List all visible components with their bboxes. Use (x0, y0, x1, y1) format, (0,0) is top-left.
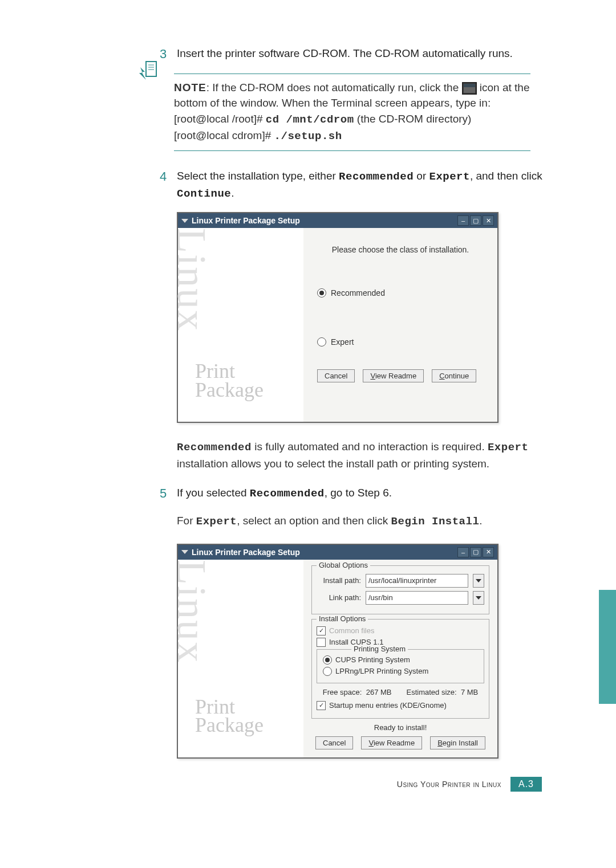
step4-btn: Continue (177, 188, 231, 200)
ready-text: Ready to install! (311, 723, 489, 732)
titlebar: Linux Printer Package Setup – ▢ ✕ (178, 545, 497, 560)
common-files-label: Common files (329, 626, 374, 635)
para-expert: Expert (488, 441, 528, 454)
close-button[interactable]: ✕ (483, 215, 494, 226)
checkbox-icon (317, 626, 326, 635)
footer-text: Using Your Printer in Linux (397, 780, 501, 789)
step4-end: . (231, 187, 234, 199)
link-path-label: Link path: (317, 593, 361, 602)
banner-package: Package (195, 716, 298, 734)
free-space-label: Free space: (323, 688, 362, 696)
expert-line: For Expert, select an option and then cl… (177, 513, 565, 530)
startup-entries-label: Startup menu entries (KDE/Gnome) (329, 701, 447, 710)
radio-recommended[interactable]: Recommended (317, 288, 484, 298)
minimize-button[interactable]: – (457, 547, 469, 557)
view-readme-button[interactable]: View Readme (361, 736, 422, 749)
global-options-group: Global Options Install path: /usr/local/… (311, 565, 489, 614)
step5-suffix: , go to Step 6. (325, 487, 392, 499)
install-path-input[interactable]: /usr/local/linuxprinter (366, 574, 468, 588)
note-label: NOTE (174, 81, 206, 93)
step4-opt1: Recommended (339, 170, 414, 183)
maximize-button[interactable]: ▢ (470, 215, 481, 226)
close-button[interactable]: ✕ (483, 547, 494, 557)
begin-install-button[interactable]: Begin Install (430, 736, 485, 749)
install-path-dropdown[interactable] (473, 574, 484, 588)
window-title: Linux Printer Package Setup (192, 548, 300, 557)
expert-prefix: For (177, 515, 196, 527)
radio-cups-label: CUPS Printing System (335, 655, 410, 664)
checkbox-icon (317, 638, 326, 647)
banner-package: Package (195, 381, 298, 399)
cancel-button[interactable]: Cancel (315, 736, 353, 749)
recommended-paragraph: Recommended is fully automated and no in… (177, 439, 565, 471)
step-number-5: 5 (160, 485, 177, 503)
installer-window-1: Linux Printer Package Setup – ▢ ✕ Linux … (177, 212, 499, 423)
checkbox-icon (317, 701, 326, 710)
global-options-legend: Global Options (317, 561, 370, 569)
page-number-badge: A.3 (510, 777, 542, 792)
install-path-label: Install path: (317, 576, 361, 585)
step5-prefix: If you selected (177, 487, 250, 499)
estimated-size-value: 7 MB (461, 688, 478, 696)
radio-lpr-system[interactable]: LPRng/LPR Printing System (323, 667, 478, 676)
titlebar: Linux Printer Package Setup – ▢ ✕ (178, 213, 497, 228)
printing-system-legend: Printing System (351, 645, 408, 653)
cancel-button[interactable]: Cancel (317, 369, 355, 382)
minimize-button[interactable]: – (457, 215, 469, 226)
common-files-checkbox: Common files (317, 626, 484, 635)
para-mid1: is fully automated and no interaction is… (252, 441, 488, 453)
note-cmd2-prefix: [root@local cdrom]# (174, 129, 274, 141)
radio-expert-label: Expert (331, 337, 354, 347)
startup-entries-checkbox[interactable]: Startup menu entries (KDE/Gnome) (317, 701, 484, 710)
step-number-4: 4 (160, 168, 177, 202)
svg-rect-0 (146, 62, 156, 76)
radio-cups-system[interactable]: CUPS Printing System (323, 655, 478, 665)
page-footer: Using Your Printer in Linux A.3 (51, 777, 542, 792)
continue-button[interactable]: Continue (432, 369, 476, 382)
radio-icon (323, 655, 332, 665)
link-path-input[interactable]: /usr/bin (366, 591, 468, 605)
installer-window-2: Linux Printer Package Setup – ▢ ✕ Linux … (177, 544, 499, 759)
note-cmd2: ./setup.sh (274, 130, 342, 142)
banner-linux: Linux (168, 560, 215, 674)
expert-opt: Expert (196, 515, 237, 528)
free-space-value: 267 MB (366, 688, 392, 696)
chevron-down-icon (476, 579, 481, 582)
window-menu-icon[interactable] (181, 550, 188, 554)
maximize-button[interactable]: ▢ (470, 547, 481, 557)
banner-linux: Linux (168, 228, 215, 342)
install-options-group: Install Options Common files Install CUP… (311, 619, 489, 719)
step3-text: Insert the printer software CD-ROM. The … (177, 46, 513, 63)
window-menu-icon[interactable] (181, 219, 188, 223)
radio-lpr-label: LPRng/LPR Printing System (335, 667, 428, 675)
note-line1: : If the CD-ROM does not automatically r… (206, 81, 462, 93)
note-cmd1-prefix: [root@local /root]# (174, 113, 266, 125)
view-readme-button[interactable]: View Readme (363, 369, 424, 382)
link-path-dropdown[interactable] (473, 591, 484, 605)
install-options-legend: Install Options (317, 614, 368, 623)
radio-icon (323, 667, 332, 676)
expert-end: . (479, 515, 482, 527)
installer-sidebar-graphic: Linux Print Package (178, 560, 303, 757)
expert-mid: , select an option and then click (237, 515, 391, 527)
install-caption: Please choose the class of installation. (317, 245, 484, 254)
radio-icon (317, 337, 326, 347)
para-rec: Recommended (177, 441, 252, 454)
estimated-size-label: Estimated size: (406, 688, 456, 696)
printing-system-group: Printing System CUPS Printing System LPR… (317, 649, 484, 683)
step4-opt2: Expert (429, 170, 469, 183)
step4-mid: or (414, 170, 429, 182)
step5-text: If you selected Recommended, go to Step … (177, 485, 392, 503)
step5-opt: Recommended (250, 487, 325, 500)
terminal-icon (462, 82, 477, 95)
radio-expert[interactable]: Expert (317, 337, 484, 347)
step4-suffix: , and then click (470, 170, 542, 182)
step4-text: Select the installation type, either Rec… (177, 168, 565, 202)
installer-sidebar-graphic: Linux Print Package (178, 228, 303, 422)
banner-print: Print (195, 362, 298, 380)
radio-recommended-label: Recommended (331, 288, 385, 298)
para-mid2: installation allows you to select the in… (177, 458, 489, 470)
window-title: Linux Printer Package Setup (192, 216, 300, 225)
expert-btn: Begin Install (391, 515, 480, 528)
note-box: NOTE: If the CD-ROM does not automatical… (137, 74, 530, 151)
